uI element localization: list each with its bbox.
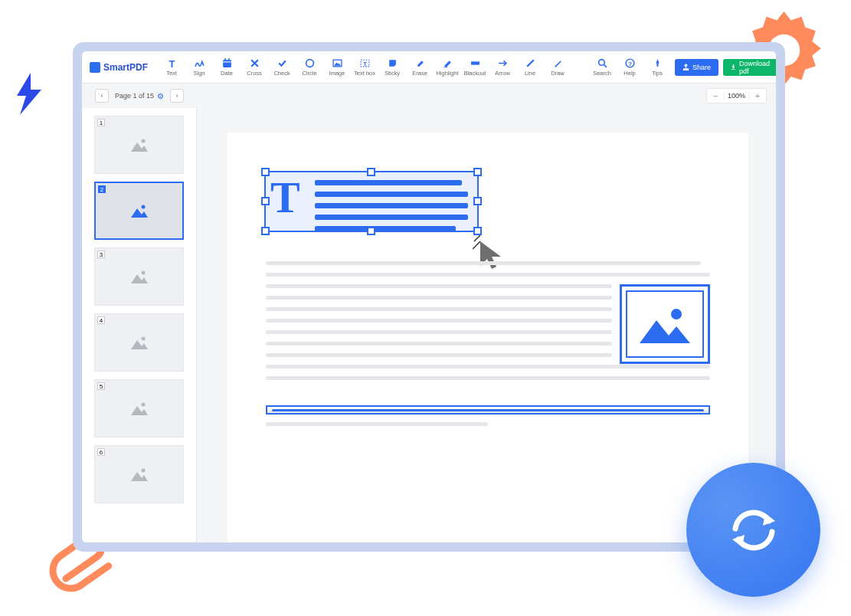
svg-point-5	[306, 60, 313, 67]
svg-point-19	[141, 469, 145, 473]
download-icon	[731, 64, 736, 70]
text-glyph: T	[270, 175, 300, 220]
text-lines	[315, 180, 468, 231]
tool-highlight[interactable]: Highlight	[434, 58, 460, 77]
brand-label: SmartPDF	[103, 62, 148, 73]
toolbar: SmartPDF TTextSignDateCrossCheckCircleIm…	[82, 51, 776, 84]
resize-handle-bl[interactable]	[261, 227, 270, 235]
svg-rect-1	[223, 60, 231, 67]
zoom-out-button[interactable]: −	[707, 91, 724, 100]
line-icon	[525, 58, 535, 69]
resize-handle-tm[interactable]	[367, 168, 375, 176]
thumbnail-2[interactable]: 2	[94, 182, 184, 240]
resize-handle-bm[interactable]	[367, 227, 375, 235]
resize-handle-tr[interactable]	[473, 168, 482, 176]
image-icon	[332, 58, 342, 69]
zoom-value: 100%	[724, 92, 749, 100]
next-page-button[interactable]: ›	[170, 89, 184, 103]
brand: SmartPDF	[90, 62, 148, 73]
tool-sign[interactable]: Sign	[186, 58, 212, 77]
thumbnail-4[interactable]: 4	[94, 313, 184, 372]
image-icon	[129, 136, 149, 153]
svg-rect-2	[223, 62, 231, 63]
tool-text-box[interactable]: TText box	[352, 58, 378, 77]
canvas-area: T	[197, 108, 776, 542]
image-icon	[129, 466, 149, 483]
subbar: ‹ Page 1 of 15 ⚙ › − 100% +	[82, 84, 776, 108]
util-help[interactable]: ?Help	[617, 58, 643, 77]
tool-date[interactable]: Date	[214, 58, 240, 77]
sign-icon	[194, 58, 205, 69]
image-placeholder-icon	[638, 303, 692, 346]
tool-cross[interactable]: Cross	[241, 58, 267, 77]
svg-text:T: T	[363, 61, 367, 67]
bolt-decoration	[14, 73, 44, 115]
circle-icon	[304, 58, 315, 69]
tool-draw[interactable]: Draw	[545, 58, 571, 77]
svg-point-18	[141, 403, 145, 407]
svg-point-17	[141, 337, 145, 341]
blackout-icon	[470, 58, 480, 69]
resize-handle-ml[interactable]	[261, 197, 270, 205]
util-search[interactable]: Search	[589, 58, 615, 77]
thumbnail-3[interactable]: 3	[94, 247, 184, 306]
page-info: Page 1 of 15 ⚙	[115, 92, 164, 100]
util-tips[interactable]: Tips	[644, 58, 670, 77]
thumbnail-5[interactable]: 5	[94, 379, 184, 437]
tool-line[interactable]: Line	[517, 58, 543, 77]
svg-rect-9	[444, 67, 447, 68]
svg-point-20	[671, 309, 682, 319]
textbox-icon: T	[359, 58, 370, 69]
svg-text:?: ?	[628, 61, 632, 67]
refresh-badge	[686, 463, 820, 597]
image-element[interactable]	[620, 284, 710, 364]
zoom-in-button[interactable]: +	[749, 91, 766, 100]
tool-erase[interactable]: Erase	[407, 58, 433, 77]
tool-circle[interactable]: Circle	[296, 58, 322, 77]
svg-point-15	[141, 205, 145, 209]
resize-handle-mr[interactable]	[473, 197, 482, 205]
date-icon	[221, 58, 232, 69]
check-icon	[277, 58, 287, 69]
tool-blackout[interactable]: Blackout	[462, 58, 488, 77]
thumbnail-1[interactable]: 1	[94, 116, 184, 174]
share-icon	[682, 64, 689, 70]
arrow-icon	[497, 58, 508, 69]
resize-handle-tl[interactable]	[261, 168, 270, 176]
app-window: SmartPDF TTextSignDateCrossCheckCircleIm…	[73, 42, 785, 552]
svg-rect-3	[224, 58, 226, 61]
page-settings-icon[interactable]: ⚙	[157, 92, 164, 100]
highlight-icon	[442, 58, 453, 69]
sticky-icon	[387, 58, 398, 69]
page-canvas[interactable]: T	[227, 133, 748, 542]
T-icon: T	[166, 58, 177, 69]
svg-point-11	[598, 60, 604, 66]
erase-icon	[414, 58, 425, 69]
resize-handle-br[interactable]	[473, 227, 482, 235]
brand-icon	[90, 62, 100, 73]
thumbnail-6[interactable]: 6	[94, 445, 184, 503]
svg-rect-4	[228, 58, 230, 61]
zoom-control: − 100% +	[706, 88, 767, 103]
highlighted-line-element[interactable]	[266, 405, 710, 414]
share-button[interactable]: Share	[675, 59, 718, 76]
search-icon	[597, 58, 607, 69]
selected-text-element[interactable]: T	[264, 171, 479, 232]
tool-text[interactable]: TText	[159, 58, 185, 77]
image-icon	[129, 334, 149, 351]
prev-page-button[interactable]: ‹	[95, 89, 109, 103]
svg-point-14	[141, 139, 145, 143]
draw-icon	[552, 58, 563, 69]
image-icon	[129, 202, 149, 219]
tips-icon	[652, 58, 663, 69]
svg-text:T: T	[169, 58, 175, 68]
tool-check[interactable]: Check	[269, 58, 295, 77]
svg-rect-10	[471, 62, 480, 65]
thumbnails-panel: 123456	[82, 108, 197, 542]
download-button[interactable]: Download pdf	[723, 59, 776, 76]
image-icon	[129, 268, 149, 285]
tool-image[interactable]: Image	[324, 58, 350, 77]
tool-sticky[interactable]: Sticky	[379, 58, 405, 77]
tool-arrow[interactable]: Arrow	[489, 58, 516, 77]
image-icon	[129, 400, 149, 417]
